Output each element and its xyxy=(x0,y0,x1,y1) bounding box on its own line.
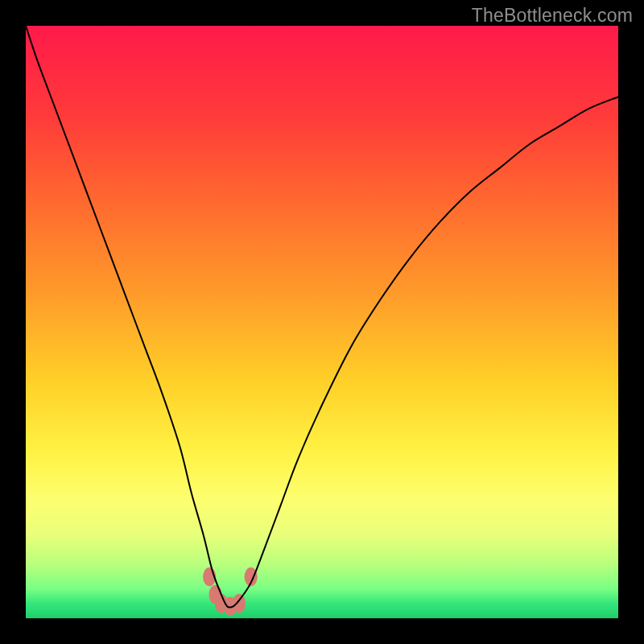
curve-marker xyxy=(233,594,246,613)
curve-layer xyxy=(26,26,618,618)
plot-area xyxy=(26,26,618,618)
markers-group xyxy=(203,568,258,616)
watermark-text: TheBottleneck.com xyxy=(472,5,633,27)
chart-frame: TheBottleneck.com xyxy=(0,0,644,644)
bottleneck-curve xyxy=(26,26,618,608)
